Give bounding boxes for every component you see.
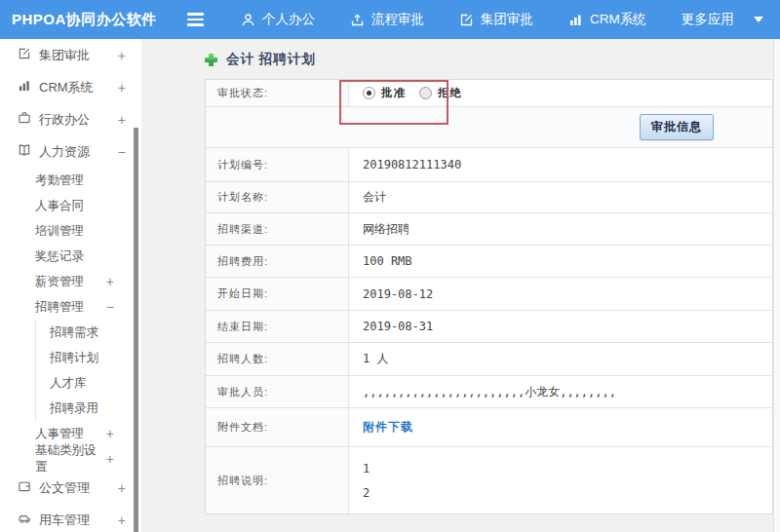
- sidebar-item-admin-office[interactable]: 行政办公 +: [0, 103, 141, 135]
- sidebar-item-training[interactable]: 培训管理: [0, 218, 141, 244]
- nav-label: 集团审批: [481, 11, 533, 28]
- sidebar-item-label: 招聘需求: [50, 324, 98, 341]
- expander-plus-icon[interactable]: +: [118, 80, 141, 95]
- nav-process-approval[interactable]: 流程审批: [350, 11, 424, 28]
- nav-crm[interactable]: CRM系统: [568, 11, 646, 28]
- field-value: 100 RMB: [349, 246, 772, 277]
- bar-chart-icon: [18, 79, 31, 95]
- approval-status-row: 审批状态: 批准 拒绝: [206, 80, 772, 107]
- field-value: ,,,,,,,,,,,,,,,,,,,,,,,小龙女,,,,,,,,: [349, 376, 772, 407]
- sidebar-item-label: 招聘计划: [50, 350, 98, 366]
- sidebar-item-recruit-demand[interactable]: 招聘需求: [35, 320, 141, 345]
- field-value: 会计: [349, 182, 772, 212]
- page-scrollbar-track[interactable]: [773, 39, 780, 532]
- field-value: 20190812111340: [349, 148, 772, 181]
- sidebar-item-label: 招聘管理: [35, 299, 84, 316]
- nav-label: 个人办公: [262, 11, 315, 28]
- nav-label: 更多应用: [682, 11, 734, 28]
- nav-more-apps[interactable]: 更多应用: [682, 11, 734, 28]
- menu-icon[interactable]: [187, 13, 204, 26]
- field-value: 1 人: [349, 343, 772, 375]
- sidebar-item-hr-contract[interactable]: 人事合同: [0, 193, 141, 218]
- field-label: 招聘说明:: [206, 447, 349, 513]
- table-row: 审批人员: ,,,,,,,,,,,,,,,,,,,,,,,小龙女,,,,,,,,: [206, 376, 772, 408]
- sidebar-item-label: CRM系统: [39, 79, 94, 96]
- sidebar-item-label: 人事管理: [35, 426, 84, 442]
- folder-icon: [18, 479, 31, 496]
- radio-approve[interactable]: [363, 87, 375, 99]
- bar-chart-icon: [568, 13, 583, 27]
- field-value: 2019-08-31: [349, 311, 772, 342]
- sidebar-item-label: 考勤管理: [35, 172, 84, 189]
- briefcase-icon: [18, 111, 31, 128]
- sidebar-item-label: 行政办公: [39, 111, 90, 129]
- book-icon: [18, 143, 31, 160]
- table-row: 计划名称: 会计: [206, 182, 772, 213]
- detail-panel: 审批状态: 批准 拒绝 审批信息 计划编号: 20190812111340: [205, 79, 773, 514]
- sidebar-item-label: 公文管理: [39, 479, 90, 497]
- sidebar-item-vehicle[interactable]: 用车管理 +: [0, 504, 141, 532]
- table-row: 计划编号: 20190812111340: [206, 148, 772, 182]
- sidebar-item-talent-pool[interactable]: 人才库: [35, 370, 141, 396]
- field-label: 计划名称:: [206, 182, 349, 212]
- expander-plus-icon[interactable]: +: [118, 112, 141, 128]
- sidebar-item-recruit-mgmt[interactable]: 招聘管理 −: [0, 294, 141, 320]
- user-icon: [241, 13, 255, 27]
- top-header: PHPOA协同办公软件 个人办公 流程审批: [0, 0, 780, 39]
- sidebar-item-label: 用车管理: [39, 512, 90, 529]
- table-row: 招聘费用: 100 RMB: [206, 246, 772, 278]
- table-row: 招聘说明: 1 2: [206, 447, 772, 513]
- sidebar-item-documents[interactable]: 公文管理 +: [0, 472, 141, 504]
- sidebar-item-recruit-plan[interactable]: 招聘计划: [35, 345, 141, 370]
- nav-label: 流程审批: [371, 11, 424, 28]
- field-value-line: 1: [363, 462, 370, 475]
- table-row: 开始日期: 2019-08-12: [206, 278, 772, 311]
- caret-down-icon[interactable]: [754, 17, 763, 22]
- table-row: 附件文档: 附件下载: [206, 408, 772, 447]
- radio-approve-label: 批准: [381, 86, 406, 100]
- nav-group-approval[interactable]: 集团审批: [459, 11, 533, 28]
- sidebar-item-group-approval[interactable]: 集团审批 +: [0, 39, 141, 71]
- field-value: 2019-08-12: [349, 278, 772, 310]
- approval-info-button[interactable]: 审批信息: [640, 114, 714, 140]
- main-content: 会计 招聘计划 审批状态: 批准 拒绝 审批信息: [141, 39, 780, 532]
- field-value-line: 2: [363, 486, 370, 500]
- sidebar: 集团审批 + CRM系统 + 行政办公 +: [0, 39, 141, 532]
- sidebar-item-label: 人事合同: [35, 198, 84, 214]
- sidebar-item-label: 人力资源: [39, 143, 90, 161]
- field-value: 网络招聘: [349, 213, 772, 245]
- sidebar-item-attendance[interactable]: 考勤管理: [0, 168, 141, 193]
- sidebar-item-crm[interactable]: CRM系统 +: [0, 71, 141, 103]
- page-title: 会计 招聘计划: [226, 51, 316, 68]
- table-row: 招聘人数: 1 人: [206, 343, 772, 376]
- field-label: 结束日期:: [206, 311, 349, 342]
- sidebar-item-label: 奖惩记录: [35, 248, 84, 265]
- field-label: 计划编号:: [206, 148, 349, 181]
- sidebar-item-label: 基础类别设置: [35, 442, 106, 475]
- sidebar-item-recruit-hire[interactable]: 招聘录用: [35, 396, 141, 421]
- sidebar-item-base-category[interactable]: 基础类别设置 +: [0, 446, 141, 472]
- sidebar-item-label: 人才库: [50, 375, 87, 392]
- expander-plus-icon[interactable]: +: [118, 48, 141, 63]
- add-icon: [205, 54, 217, 66]
- radio-reject[interactable]: [419, 87, 432, 99]
- sidebar-item-hr[interactable]: 人力资源 −: [0, 135, 141, 168]
- nav-personal-office[interactable]: 个人办公: [241, 11, 315, 28]
- sidebar-item-label: 集团审批: [39, 47, 90, 64]
- approval-button-row: 审批信息: [206, 107, 772, 148]
- sidebar-item-salary[interactable]: 薪资管理 +: [0, 269, 141, 294]
- radio-reject-label: 拒绝: [438, 86, 462, 100]
- field-label: 招聘人数:: [206, 343, 349, 375]
- sidebar-scrollbar-thumb[interactable]: [134, 128, 138, 532]
- edit-icon: [459, 13, 474, 27]
- sidebar-item-label: 薪资管理: [35, 274, 84, 290]
- top-nav: 个人办公 流程审批 集团审批 CRM系统: [241, 11, 763, 28]
- field-label: 附件文档:: [206, 408, 349, 446]
- attachment-download-link[interactable]: 附件下载: [363, 419, 413, 436]
- table-row: 招聘渠道: 网络招聘: [206, 213, 772, 246]
- sidebar-item-rewards[interactable]: 奖惩记录: [0, 244, 141, 269]
- table-row: 结束日期: 2019-08-31: [206, 311, 772, 343]
- approval-radio-group: 批准 拒绝: [363, 86, 462, 100]
- car-icon: [18, 512, 31, 528]
- field-label: 审批状态:: [206, 80, 349, 106]
